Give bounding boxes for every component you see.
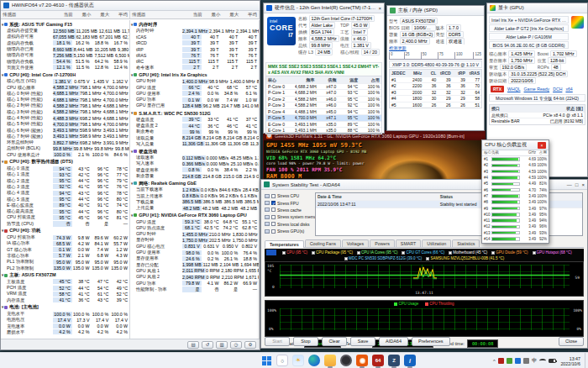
aida64-window-controls[interactable]: —□× bbox=[567, 182, 585, 187]
spd-timings-table[interactable]: JEDECMHzCLtRCDtRPtRAS#1240040393977#2220… bbox=[389, 69, 482, 108]
gpu-driver-link[interactable]: Game Ready bbox=[524, 87, 550, 92]
legend-item[interactable]: GPU Hotspot (68 °C) bbox=[533, 250, 572, 255]
aida64-icon[interactable]: 64 bbox=[372, 355, 384, 366]
hwinfo-titlebar[interactable]: HWiNFO64 v7.20-4610 - 传感器状态 bbox=[1, 1, 260, 11]
snipping-tool-icon[interactable] bbox=[340, 355, 352, 366]
legend-item[interactable]: CPU (95 °C) bbox=[282, 250, 307, 255]
column-header[interactable]: 最大 bbox=[92, 12, 110, 18]
tab-voltages[interactable]: Voltages bbox=[342, 239, 369, 247]
column-header[interactable]: 最大 bbox=[221, 12, 239, 18]
start-button[interactable] bbox=[260, 355, 272, 366]
search-icon[interactable]: ○ bbox=[276, 355, 288, 366]
tab-cooling-fans[interactable]: Cooling Fans bbox=[305, 239, 341, 247]
aida64-tray-icon[interactable] bbox=[498, 358, 504, 364]
file-explorer-icon[interactable] bbox=[324, 355, 336, 366]
sensor-section-header[interactable]: ▾系统: ASUS TUF Gaming F15 bbox=[1, 21, 129, 28]
legend-item[interactable]: SAMSUNG MZVLQ512HBLU-00B (41.5 °C) bbox=[426, 256, 504, 260]
sensor-section-header[interactable]: ▾CPU [#0]: 数字热传感器 (DTS) bbox=[1, 159, 129, 166]
sensor-row: 核心 1 时钟 (性能)4,688.1 MHz798.1 MHz4,700.0 … bbox=[1, 97, 129, 103]
save-button[interactable]: Save bbox=[350, 337, 375, 346]
taskbar-clock[interactable]: 13:472022/10/6 bbox=[560, 356, 580, 366]
column-header[interactable]: 传感器 bbox=[132, 12, 184, 18]
column-header[interactable]: 平均 bbox=[239, 12, 257, 18]
ruler-tick: 75 bbox=[438, 52, 444, 59]
start-button[interactable]: Start bbox=[265, 337, 290, 346]
cpuz-icon[interactable]: Z bbox=[388, 355, 400, 366]
settings-icon[interactable]: ⚙ bbox=[244, 341, 256, 349]
maximize-icon[interactable]: □ bbox=[575, 182, 579, 187]
clock-icon[interactable]: ◷ bbox=[230, 341, 242, 349]
onedrive-tray-icon[interactable] bbox=[515, 358, 521, 364]
bios-update-link[interactable]: 检测更新 bbox=[389, 45, 407, 51]
sensor-section-header[interactable]: ▾硬盘活动 bbox=[130, 148, 259, 155]
legend-item[interactable]: CPU Package (95 °C) bbox=[312, 250, 353, 255]
hwinfo-icon[interactable]: i bbox=[404, 355, 416, 366]
show-desktop-button[interactable] bbox=[585, 353, 586, 368]
hwinfo-sensor-table[interactable]: ▾系统: ASUS TUF Gaming F15虚拟内存提交量12,560 MB… bbox=[1, 20, 260, 339]
minimize-icon[interactable]: — bbox=[567, 182, 572, 187]
legend-item[interactable]: WDC PC SN530 SDBPNPZ-512G (39.0 °C) bbox=[344, 256, 423, 260]
sensor-section-header[interactable]: ▾GPU [#0]: Intel Iris Xe Graphics bbox=[130, 71, 259, 78]
gpu-driver-link[interactable]: x64 bbox=[565, 87, 572, 92]
stress-option[interactable]: Stress local disks bbox=[265, 221, 313, 228]
ruler-tick: 25 bbox=[404, 52, 411, 59]
stress-option[interactable]: Stress CPU bbox=[265, 192, 313, 199]
preferences-button[interactable]: Preferences bbox=[412, 337, 450, 346]
logging-icon[interactable]: ▤ bbox=[187, 341, 199, 349]
legend-item[interactable]: Motherboard (45 °C) bbox=[449, 250, 487, 255]
sensor-section-header[interactable]: ▾CPU [#0]: 功耗 bbox=[1, 228, 129, 234]
memory-titlebar[interactable]: 主板 / 内存 (SPD) bbox=[387, 6, 484, 16]
sensor-section-header[interactable]: ▾CPU [#0]: Intel Core i7-12700H bbox=[1, 71, 129, 78]
cpu-info-titlebar[interactable]: 硬件信息 - 12th Gen Intel(R) Core(TM) i7-127… bbox=[264, 3, 384, 13]
column-header[interactable]: 当前 bbox=[184, 12, 202, 18]
sensor-section-header[interactable]: ▾电池: [主电池] bbox=[1, 304, 129, 311]
sensor-row: tRAS76 T76 T76 T76 T bbox=[130, 52, 259, 58]
ime-indicator[interactable]: 中 bbox=[532, 357, 538, 365]
coremon-titlebar[interactable]: CPU 核心负载监视 × bbox=[482, 140, 549, 150]
coremon-close-icon[interactable]: × bbox=[538, 142, 546, 149]
stop-button[interactable]: Stop bbox=[293, 337, 318, 346]
cpu-core-table[interactable]: 核心频率倍频温度占用P-Core 04,688.2 MHzx47.094 °C1… bbox=[265, 76, 382, 134]
tray-chevron-icon[interactable]: ^ bbox=[493, 359, 496, 364]
wifi-icon[interactable] bbox=[539, 359, 546, 363]
pen-tray-icon[interactable] bbox=[523, 358, 529, 364]
tab-utilization[interactable]: Utilization bbox=[422, 239, 451, 247]
sensor-section-header[interactable]: ▾网络: Realtek Gaming GbE bbox=[130, 180, 259, 187]
cpu-window-close-icon[interactable]: × bbox=[378, 6, 381, 11]
gpu-driver-link[interactable]: DCH bbox=[553, 87, 562, 92]
sensor-section-header[interactable]: ▾内存时序 bbox=[130, 21, 259, 28]
furmark-icon[interactable] bbox=[356, 355, 368, 366]
close-icon[interactable]: × bbox=[581, 182, 585, 187]
stress-option[interactable]: Stress GPU(s) bbox=[265, 228, 313, 234]
table-row: P-Core 24,588.2 MHzx46.095 °C100 % bbox=[266, 96, 381, 103]
nvidia-tray-icon[interactable] bbox=[507, 358, 512, 364]
clear-button[interactable]: Clear bbox=[322, 337, 347, 346]
column-header[interactable]: 当前 bbox=[55, 12, 73, 18]
gpu-driver-link[interactable]: WHQL bbox=[507, 87, 521, 92]
sensor-section-header[interactable]: ▾S.M.A.R.T.: WDC PC SN530 512G bbox=[130, 110, 259, 117]
tab-temperatures[interactable]: Temperatures bbox=[265, 240, 304, 248]
close-button[interactable]: Close bbox=[559, 337, 584, 346]
widgets-weather-icon[interactable]: ☀ bbox=[292, 355, 304, 366]
legend-item[interactable]: CPU IA Cores (95 °C) bbox=[357, 250, 398, 255]
legend-item[interactable]: CPU GT Cores (66 °C) bbox=[402, 250, 444, 255]
tab-statistics[interactable]: Statistics bbox=[452, 239, 480, 247]
aida64-button[interactable]: AIDA64 bbox=[379, 337, 408, 346]
tab-powers[interactable]: Powers bbox=[370, 239, 395, 247]
sensor-section-header[interactable]: ▾GPU [#1]: NVIDIA GeForce RTX 3060 Lapto… bbox=[130, 212, 259, 218]
edge-browser-icon[interactable] bbox=[308, 355, 320, 366]
stress-option[interactable]: Stress cache bbox=[265, 207, 313, 213]
column-header[interactable]: 最小 bbox=[73, 12, 92, 18]
stress-option[interactable]: Stress FPU bbox=[265, 199, 313, 206]
column-header[interactable]: 最小 bbox=[202, 12, 221, 18]
layout-icon[interactable]: ▥ bbox=[216, 341, 228, 349]
column-header[interactable]: 平均 bbox=[109, 12, 128, 18]
reset-values-icon[interactable]: ↺ bbox=[202, 341, 213, 349]
legend-item[interactable]: GPU Diode (59 °C) bbox=[491, 250, 528, 255]
sensor-section-header[interactable]: ▾主板: ASUS FX507ZM bbox=[1, 272, 129, 279]
battery-icon[interactable] bbox=[549, 359, 556, 363]
gpu-titlebar[interactable]: 显卡 (GPU) bbox=[487, 3, 587, 13]
column-header[interactable]: 传感器 bbox=[3, 12, 55, 18]
stress-option[interactable]: Stress system memory bbox=[265, 213, 313, 220]
tab-smart[interactable]: SMART bbox=[396, 239, 421, 247]
